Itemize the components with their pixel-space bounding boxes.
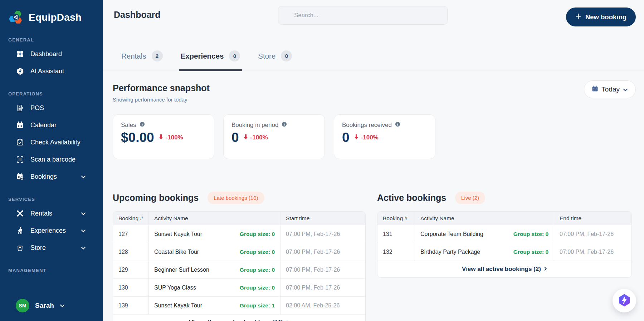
main-area: Dashboard New booking Rentals 2 Experien…: [103, 0, 644, 321]
stat-card-booking-in-period: Booking in period 0 -100%: [223, 114, 325, 159]
brand-name: EquipDash: [29, 12, 82, 23]
tab-label: Rentals: [121, 52, 146, 60]
sidebar-item-calendar[interactable]: Calendar: [0, 117, 103, 134]
sidebar-item-pos[interactable]: POS: [0, 99, 103, 117]
sidebar-item-bookings[interactable]: Bookings: [0, 168, 103, 185]
upcoming-bookings-section: Upcoming bookings Late bookings (10) Boo…: [113, 192, 366, 321]
section-label-management: MANAGEMENT: [8, 268, 103, 273]
period-dropdown-button[interactable]: Today: [584, 80, 636, 98]
tab-store[interactable]: Store 0: [256, 50, 294, 71]
chevron-down-icon: [81, 227, 86, 234]
tab-bar: Rentals 2 Experiences 0 Store 0: [103, 33, 644, 70]
calendar-icon: [592, 85, 598, 94]
sidebar-item-experiences[interactable]: Experiences: [0, 222, 103, 239]
chevron-down-icon: [81, 244, 86, 252]
stat-delta: -100%: [354, 134, 379, 141]
ai-assistant-icon: [16, 67, 24, 75]
arrow-down-icon: [159, 134, 163, 141]
table-row[interactable]: 130 SUP Yoga ClassGroup size: 0 07:00 PM…: [113, 279, 366, 297]
table-header: Booking # Activity Name End time: [377, 212, 632, 225]
sidebar-item-dashboard[interactable]: Dashboard: [0, 45, 103, 63]
tab-count-badge: 2: [152, 50, 163, 61]
bookings-calendar-icon: [16, 172, 24, 181]
table-row[interactable]: 128 Coastal Bike TourGroup size: 0 07:00…: [113, 243, 366, 261]
column-header: Activity Name: [149, 212, 280, 225]
ai-hexagon-bolt-icon: [617, 293, 631, 308]
brand-logo: EquipDash: [0, 0, 103, 26]
live-badge[interactable]: Live (2): [455, 192, 485, 204]
activity-name: Sunset Kayak Tour: [154, 231, 202, 237]
sidebar-item-label: Check Availability: [30, 139, 80, 146]
activity-name: Beginner Surf Lesson: [154, 267, 209, 273]
search-input[interactable]: [278, 6, 448, 25]
active-bookings-section: Active bookings Live (2) Booking # Activ…: [377, 192, 632, 321]
view-all-upcoming-link[interactable]: View all upcoming bookings (10): [113, 315, 365, 321]
performance-subtitle: Showing performance for today: [113, 97, 210, 103]
stat-label: Booking in period: [231, 122, 278, 129]
sidebar-item-scan-barcode[interactable]: Scan a barcode: [0, 151, 103, 168]
activity-name: Birthday Party Package: [420, 249, 480, 255]
pos-terminal-icon: [16, 104, 24, 112]
performance-header: Performance snapshot Showing performance…: [113, 83, 636, 103]
chevron-down-icon: [623, 85, 628, 93]
sidebar-item-store[interactable]: Store: [0, 239, 103, 256]
chevron-right-icon: [544, 266, 547, 273]
sidebar-item-ai-assistant[interactable]: AI Assistant: [0, 63, 103, 80]
table-header: Booking # Activity Name Start time: [113, 212, 366, 225]
chevron-down-icon: [60, 302, 65, 309]
arrow-down-icon: [354, 134, 358, 141]
info-icon[interactable]: [395, 122, 400, 129]
active-bookings-table: Booking # Activity Name End time 131 Cor…: [377, 211, 632, 278]
table-row[interactable]: 129 Beginner Surf LessonGroup size: 0 07…: [113, 261, 366, 279]
view-all-active-link[interactable]: View all active bookings (2): [377, 261, 631, 277]
sidebar-item-label: Bookings: [30, 173, 57, 181]
column-header: Booking #: [113, 212, 149, 225]
tab-label: Experiences: [181, 52, 224, 60]
stat-label: Bookings received: [342, 122, 392, 129]
sidebar-item-label: Experiences: [30, 227, 66, 234]
equipdash-logo-icon: [8, 9, 24, 26]
table-row[interactable]: 131 Corporate Team BuildingGroup size: 0…: [377, 225, 632, 243]
plus-icon: [575, 13, 581, 21]
sidebar-item-label: Calendar: [30, 122, 57, 129]
stat-value: $0.00: [121, 130, 154, 145]
sidebar-item-rentals[interactable]: Rentals: [0, 205, 103, 222]
table-row[interactable]: 139 Sunset Kayak TourGroup size: 1 02:00…: [113, 297, 366, 315]
info-icon[interactable]: [282, 122, 287, 129]
sidebar-item-label: POS: [30, 104, 44, 112]
sidebar-item-check-availability[interactable]: Check Availability: [0, 134, 103, 151]
chevron-down-icon: [81, 210, 86, 217]
stat-delta: -100%: [244, 134, 268, 141]
tab-count-badge: 0: [281, 50, 292, 61]
ai-assistant-fab[interactable]: [613, 289, 636, 312]
late-bookings-badge[interactable]: Late bookings (10): [208, 192, 264, 204]
column-header: End time: [554, 212, 632, 225]
tab-label: Store: [258, 52, 275, 60]
stat-delta: -100%: [159, 134, 183, 141]
section-label-operations: OPERATIONS: [8, 91, 103, 97]
column-header: Start time: [280, 212, 366, 225]
activity-name: Coastal Bike Tour: [154, 249, 199, 255]
upcoming-bookings-table: Booking # Activity Name Start time 127 S…: [113, 211, 366, 321]
tab-count-badge: 0: [229, 50, 240, 61]
column-header: Activity Name: [415, 212, 554, 225]
calendar-icon: [16, 121, 24, 129]
group-size: Group size: 0: [240, 231, 275, 237]
group-size: Group size: 0: [240, 249, 275, 255]
table-row[interactable]: 127 Sunset Kayak TourGroup size: 0 07:00…: [113, 225, 366, 243]
table-row[interactable]: 132 Birthday Party PackageGroup size: 0 …: [377, 243, 632, 261]
user-menu[interactable]: SM Sarah: [16, 299, 65, 312]
sidebar-item-label: AI Assistant: [30, 68, 64, 75]
content: Performance snapshot Showing performance…: [103, 83, 644, 321]
tab-rentals[interactable]: Rentals 2: [119, 50, 165, 71]
period-label: Today: [601, 85, 620, 93]
group-size: Group size: 0: [240, 285, 275, 291]
group-size: Group size: 1: [240, 302, 275, 309]
new-booking-button[interactable]: New booking: [566, 8, 636, 26]
tab-experiences[interactable]: Experiences 0: [179, 50, 242, 71]
user-name: Sarah: [35, 302, 54, 310]
column-header: Booking #: [377, 212, 415, 225]
arrow-down-icon: [244, 134, 248, 141]
info-icon[interactable]: [140, 122, 145, 129]
avatar: SM: [16, 299, 29, 312]
